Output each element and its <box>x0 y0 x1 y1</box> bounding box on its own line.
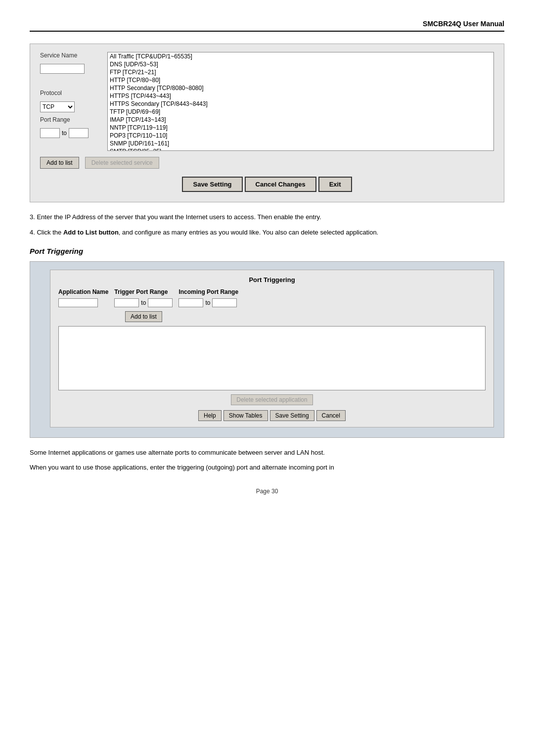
list-item[interactable]: TFTP [UDP/69~69] <box>108 108 493 116</box>
panel-inner: Service Name Protocol TCP UDP Both Port … <box>40 52 494 151</box>
add-to-list-button[interactable]: Add to list <box>40 157 79 169</box>
trigger-range-row: to <box>114 298 173 307</box>
list-item[interactable]: DNS [UDP/53~53] <box>108 60 493 68</box>
list-item[interactable]: POP3 [TCP/110~110] <box>108 132 493 140</box>
trigger-range-col: Trigger Port Range to Add to list <box>114 288 173 322</box>
left-column: Service Name Protocol TCP UDP Both Port … <box>40 52 99 151</box>
trigger-from-input[interactable] <box>114 298 139 307</box>
incoming-from-input[interactable] <box>178 298 203 307</box>
pt-delete-row: Delete selected application <box>58 394 486 405</box>
port-triggering-inner-panel: Port Triggering Application Name Trigger… <box>50 270 494 427</box>
trigger-to-input[interactable] <box>148 298 173 307</box>
port-to-label: to <box>62 130 67 137</box>
page: SMCBR24Q User Manual Service Name Protoc… <box>0 0 534 515</box>
cancel-changes-button[interactable]: Cancel Changes <box>245 177 316 192</box>
list-item[interactable]: HTTPS Secondary [TCP/8443~8443] <box>108 100 493 108</box>
trigger-to-label: to <box>141 299 146 306</box>
paragraph-4: 4. Click the Add to List button, and con… <box>30 228 504 238</box>
save-setting-button[interactable]: Save Setting <box>182 177 242 192</box>
app-name-label: Application Name <box>58 288 108 295</box>
list-item[interactable]: FTP [TCP/21~21] <box>108 68 493 76</box>
incoming-to-input[interactable] <box>212 298 237 307</box>
service-name-label: Service Name <box>40 52 99 59</box>
page-number: Page 30 <box>30 488 504 495</box>
list-item[interactable]: SNMP [UDP/161~161] <box>108 140 493 147</box>
manual-title: SMCBR24Q User Manual <box>30 20 504 28</box>
port-from-input[interactable] <box>40 128 60 138</box>
list-item[interactable]: NNTP [TCP/119~119] <box>108 124 493 132</box>
port-triggering-panel-title: Port Triggering <box>58 276 486 284</box>
bottom-para-2: When you want to use those applications,… <box>30 463 504 473</box>
pt-help-button[interactable]: Help <box>198 410 222 421</box>
services-list[interactable]: All Traffic [TCP&UDP/1~65535] DNS [UDP/5… <box>107 52 494 151</box>
app-name-input[interactable] <box>58 298 98 307</box>
port-triggering-section-title: Port Triggering <box>30 247 504 255</box>
pt-cancel-button[interactable]: Cancel <box>316 410 346 421</box>
pt-add-to-list-button[interactable]: Add to list <box>125 311 162 322</box>
header-rule <box>30 31 504 32</box>
list-item[interactable]: IMAP [TCP/143~143] <box>108 116 493 124</box>
pt-save-setting-button[interactable]: Save Setting <box>270 410 314 421</box>
exit-button[interactable]: Exit <box>318 177 352 192</box>
pt-show-tables-button[interactable]: Show Tables <box>223 410 268 421</box>
pt-list[interactable] <box>58 326 486 390</box>
port-to-input[interactable] <box>69 128 89 138</box>
protocol-select[interactable]: TCP UDP Both <box>40 101 75 112</box>
port-triggering-outer-panel: Port Triggering Application Name Trigger… <box>30 261 504 438</box>
pt-delete-button: Delete selected application <box>231 394 312 405</box>
protocol-label: Protocol <box>40 90 99 96</box>
incoming-range-row: to <box>178 298 238 307</box>
service-name-input[interactable] <box>40 64 85 74</box>
list-item[interactable]: HTTPS [TCP/443~443] <box>108 92 493 100</box>
list-item[interactable]: HTTP [TCP/80~80] <box>108 76 493 84</box>
bottom-para-1: Some Internet applications or games use … <box>30 448 504 458</box>
incoming-range-col: Incoming Port Range to <box>178 288 238 307</box>
add-to-list-bold: Add to List button <box>63 229 119 236</box>
pt-bottom-row: Help Show Tables Save Setting Cancel <box>58 410 486 421</box>
pt-header-row: Application Name Trigger Port Range to A… <box>58 288 486 322</box>
list-item[interactable]: All Traffic [TCP&UDP/1~65535] <box>108 52 493 60</box>
special-services-panel: Service Name Protocol TCP UDP Both Port … <box>30 44 504 202</box>
para4-end: , and configure as many entries as you w… <box>119 229 378 236</box>
trigger-range-label: Trigger Port Range <box>114 288 173 295</box>
delete-service-button: Delete selected service <box>85 157 159 169</box>
list-item[interactable]: HTTP Secondary [TCP/8080~8080] <box>108 84 493 92</box>
port-range-label: Port Range <box>40 116 99 123</box>
paragraph-3: 3. Enter the IP Address of the server th… <box>30 212 504 223</box>
list-item[interactable]: SMTP [TCP/25~25] <box>108 147 493 151</box>
bottom-button-row: Save Setting Cancel Changes Exit <box>40 177 494 192</box>
app-name-col: Application Name <box>58 288 108 307</box>
incoming-to-label: to <box>205 299 210 306</box>
para4-start: 4. Click the <box>30 229 63 236</box>
action-row: Add to list Delete selected service <box>40 157 494 169</box>
incoming-range-label: Incoming Port Range <box>178 288 238 295</box>
port-range-row: to <box>40 128 99 138</box>
